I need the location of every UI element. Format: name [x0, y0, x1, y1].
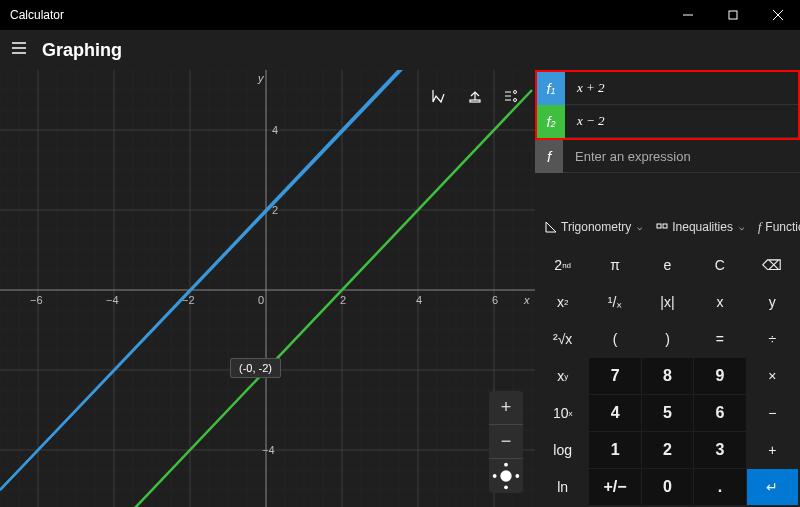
function-list: f1 x + 2 f2 x − 2: [535, 70, 800, 140]
key-rparen[interactable]: ): [642, 321, 693, 357]
svg-point-92: [514, 91, 517, 94]
key-backspace[interactable]: ⌫: [747, 247, 798, 283]
key-subtract[interactable]: −: [747, 395, 798, 431]
keypad: 2nd π e C ⌫ x2 ¹/ₓ |x| x y ²√x ( ) = ÷ x…: [535, 245, 800, 507]
close-button[interactable]: [755, 0, 800, 30]
svg-point-95: [504, 463, 508, 467]
share-button[interactable]: [459, 82, 491, 110]
function-expr-2[interactable]: x − 2: [565, 113, 798, 129]
svg-rect-88: [470, 100, 480, 102]
key-5[interactable]: 5: [642, 395, 693, 431]
key-2nd[interactable]: 2nd: [537, 247, 588, 283]
key-0[interactable]: 0: [642, 469, 693, 505]
key-lparen[interactable]: (: [589, 321, 640, 357]
svg-text:6: 6: [492, 294, 498, 306]
function-badge-1: f1: [537, 72, 565, 105]
svg-text:4: 4: [416, 294, 422, 306]
key-8[interactable]: 8: [642, 358, 693, 394]
function-row-2[interactable]: f2 x − 2: [537, 105, 798, 138]
svg-point-98: [515, 474, 519, 478]
svg-text:4: 4: [272, 124, 278, 136]
key-add[interactable]: +: [747, 432, 798, 468]
svg-text:−4: −4: [106, 294, 119, 306]
svg-text:y: y: [257, 72, 265, 84]
zoom-out-button[interactable]: −: [489, 425, 523, 459]
window-title: Calculator: [10, 8, 64, 22]
graph-toolbar: [423, 82, 527, 110]
key-clear[interactable]: C: [694, 247, 745, 283]
key-decimal[interactable]: .: [694, 469, 745, 505]
key-7[interactable]: 7: [589, 358, 640, 394]
key-sqrt[interactable]: ²√x: [537, 321, 588, 357]
titlebar: Calculator: [0, 0, 800, 30]
function-badge-2: f2: [537, 105, 565, 138]
svg-line-83: [0, 70, 535, 490]
key-e[interactable]: e: [642, 247, 693, 283]
svg-text:x: x: [523, 294, 530, 306]
inequalities-tab[interactable]: Inequalities⌵: [650, 216, 750, 238]
minimize-button[interactable]: [665, 0, 710, 30]
trig-tab[interactable]: Trigonometry⌵: [539, 216, 648, 238]
key-4[interactable]: 4: [589, 395, 640, 431]
key-reciprocal[interactable]: ¹/ₓ: [589, 284, 640, 320]
key-divide[interactable]: ÷: [747, 321, 798, 357]
svg-text:−4: −4: [262, 444, 275, 456]
trace-button[interactable]: [423, 82, 455, 110]
key-multiply[interactable]: ×: [747, 358, 798, 394]
key-1[interactable]: 1: [589, 432, 640, 468]
graph-area[interactable]: yx −6−4−20246 42−2−4 (-0, -2) + −: [0, 70, 535, 507]
key-9[interactable]: 9: [694, 358, 745, 394]
function-input-row[interactable]: f Enter an expression: [535, 140, 800, 173]
key-6[interactable]: 6: [694, 395, 745, 431]
function-expr-1[interactable]: x + 2: [565, 80, 798, 96]
key-equals[interactable]: =: [694, 321, 745, 357]
svg-rect-99: [657, 224, 661, 228]
svg-rect-1: [729, 11, 737, 19]
graph-options-button[interactable]: [495, 82, 527, 110]
menu-button[interactable]: [10, 39, 28, 61]
app-header: Graphing: [0, 30, 800, 70]
functions-tab[interactable]: fFunctions: [752, 216, 800, 239]
graph-canvas: yx −6−4−20246 42−2−4: [0, 70, 535, 507]
key-abs[interactable]: |x|: [642, 284, 693, 320]
zoom-controls: + −: [489, 391, 523, 493]
key-x[interactable]: x: [694, 284, 745, 320]
key-10-power-x[interactable]: 10x: [537, 395, 588, 431]
zoom-in-button[interactable]: +: [489, 391, 523, 425]
key-x-squared[interactable]: x2: [537, 284, 588, 320]
function-row-1[interactable]: f1 x + 2: [537, 72, 798, 105]
key-pi[interactable]: π: [589, 247, 640, 283]
maximize-button[interactable]: [710, 0, 755, 30]
key-y[interactable]: y: [747, 284, 798, 320]
key-log[interactable]: log: [537, 432, 588, 468]
svg-rect-100: [663, 224, 667, 228]
svg-point-94: [500, 470, 511, 481]
key-2[interactable]: 2: [642, 432, 693, 468]
zoom-reset-button[interactable]: [489, 459, 523, 493]
key-ln[interactable]: ln: [537, 469, 588, 505]
key-3[interactable]: 3: [694, 432, 745, 468]
svg-point-97: [493, 474, 497, 478]
key-enter[interactable]: ↵: [747, 469, 798, 505]
svg-text:−6: −6: [30, 294, 43, 306]
svg-point-93: [514, 99, 517, 102]
right-pane: f1 x + 2 f2 x − 2 f Enter an expression …: [535, 70, 800, 507]
svg-point-96: [504, 485, 508, 489]
function-input[interactable]: Enter an expression: [563, 149, 800, 164]
svg-text:0: 0: [258, 294, 264, 306]
key-x-power-y[interactable]: xy: [537, 358, 588, 394]
key-negate[interactable]: +/−: [589, 469, 640, 505]
mode-title: Graphing: [42, 40, 122, 61]
svg-text:2: 2: [340, 294, 346, 306]
trace-tooltip: (-0, -2): [230, 358, 281, 378]
function-badge-new: f: [535, 140, 563, 173]
category-tabs: Trigonometry⌵ Inequalities⌵ fFunctions: [535, 209, 800, 245]
